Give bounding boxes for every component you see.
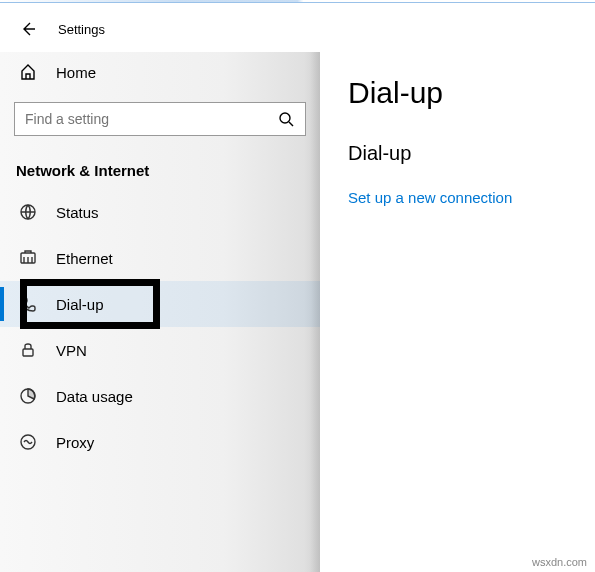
search-input[interactable]	[25, 111, 277, 127]
sidebar-item-datausage[interactable]: Data usage	[0, 373, 320, 419]
sidebar-item-label: Data usage	[56, 388, 133, 405]
sidebar-item-status[interactable]: Status	[0, 189, 320, 235]
back-button[interactable]	[12, 13, 44, 45]
sidebar-item-label: Proxy	[56, 434, 94, 451]
window-top-edge	[0, 0, 595, 2]
search-box[interactable]	[14, 102, 306, 136]
app-title: Settings	[58, 22, 105, 37]
ethernet-icon	[18, 248, 38, 268]
sidebar-item-proxy[interactable]: Proxy	[0, 419, 320, 465]
search-icon	[277, 110, 295, 128]
data-usage-icon	[18, 386, 38, 406]
home-button[interactable]: Home	[0, 52, 320, 92]
sidebar-item-label: Ethernet	[56, 250, 113, 267]
svg-rect-3	[23, 349, 33, 356]
sidebar-item-ethernet[interactable]: Ethernet	[0, 235, 320, 281]
arrow-left-icon	[19, 20, 37, 38]
page-title: Dial-up	[348, 76, 567, 110]
sidebar: Home Network & Internet Status Ethernet	[0, 52, 320, 572]
sidebar-item-dialup[interactable]: Dial-up	[0, 281, 320, 327]
globe-icon	[18, 202, 38, 222]
svg-point-0	[280, 113, 290, 123]
proxy-icon	[18, 432, 38, 452]
section-subtitle: Dial-up	[348, 142, 567, 165]
content-pane: Dial-up Dial-up Set up a new connection	[320, 52, 595, 572]
section-title: Network & Internet	[0, 136, 320, 189]
setup-connection-link[interactable]: Set up a new connection	[348, 189, 567, 206]
vpn-icon	[18, 340, 38, 360]
home-icon	[18, 62, 38, 82]
watermark: wsxdn.com	[532, 556, 587, 568]
sidebar-item-label: Status	[56, 204, 99, 221]
header: Settings	[0, 6, 595, 52]
sidebar-item-label: VPN	[56, 342, 87, 359]
dialup-icon	[18, 294, 38, 314]
home-label: Home	[56, 64, 96, 81]
sidebar-item-label: Dial-up	[56, 296, 104, 313]
sidebar-item-vpn[interactable]: VPN	[0, 327, 320, 373]
